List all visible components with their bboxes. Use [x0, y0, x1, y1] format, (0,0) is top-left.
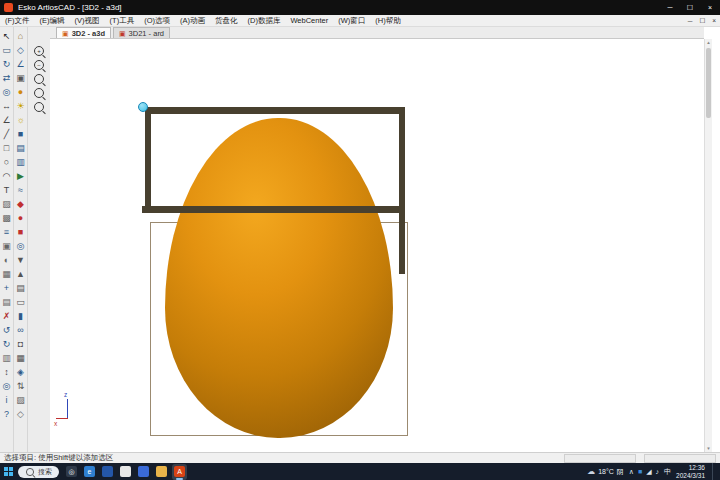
fold-angle-icon[interactable]: ∠ — [14, 57, 27, 71]
document-restore-button[interactable]: ☐ — [699, 15, 705, 26]
properties-tool-icon[interactable]: ▥ — [0, 351, 13, 365]
minimize-button[interactable]: ─ — [660, 0, 680, 15]
mirror-tool-icon[interactable]: ◐ — [0, 253, 13, 267]
scrollbar-thumb[interactable] — [706, 48, 711, 118]
zoom-in-icon[interactable]: + — [31, 44, 47, 58]
top-view-icon[interactable]: ▥ — [14, 155, 27, 169]
scroll-up-arrow-icon[interactable]: ▲ — [705, 40, 712, 45]
maximize-button[interactable]: ☐ — [680, 0, 700, 15]
front-view-icon[interactable]: ■ — [14, 127, 27, 141]
vr-view-icon[interactable]: ◎ — [14, 239, 27, 253]
menu-item[interactable]: (V)视图 — [70, 16, 105, 26]
measure-tool-icon[interactable]: ↔ — [0, 99, 13, 113]
menu-item[interactable]: WebCenter — [285, 16, 333, 26]
render-mode-icon[interactable]: ● — [14, 85, 27, 99]
show-desktop-button[interactable] — [712, 463, 716, 480]
zoom-in-tool-icon[interactable]: ◎ — [0, 85, 13, 99]
fill-tool-icon[interactable]: ▩ — [0, 211, 13, 225]
circle-tool-icon[interactable]: ○ — [0, 155, 13, 169]
zoom-out-tool-icon[interactable]: ◎ — [0, 379, 13, 393]
tray-network-icon[interactable]: ◢ — [646, 468, 651, 476]
link-icon[interactable]: ∞ — [14, 323, 27, 337]
rotation-handle[interactable] — [138, 102, 148, 112]
egg-3d-object[interactable] — [165, 118, 393, 438]
frame-right-bar[interactable] — [399, 109, 405, 274]
tray-app-blue-icon[interactable]: ■ — [638, 468, 642, 475]
document-close-button[interactable]: × — [712, 15, 716, 26]
undo-icon[interactable]: ↺ — [0, 323, 13, 337]
workspace-icon[interactable]: ⌂ — [14, 29, 27, 43]
document-tab[interactable]: ▣3D2 - a3d — [56, 27, 111, 38]
array-tool-icon[interactable]: ▦ — [0, 267, 13, 281]
export-icon[interactable]: ▼ — [14, 253, 27, 267]
taskbar-app-artioscad[interactable]: A — [172, 464, 187, 480]
info-tool-icon[interactable]: i — [0, 393, 13, 407]
start-button[interactable] — [4, 467, 13, 476]
grid-icon[interactable]: ▦ — [14, 351, 27, 365]
arc-tool-icon[interactable]: ◠ — [0, 169, 13, 183]
red-tool-1-icon[interactable]: ◆ — [14, 197, 27, 211]
red-tool-2-icon[interactable]: ● — [14, 211, 27, 225]
rotate-tool-icon[interactable]: ↻ — [0, 57, 13, 71]
menu-item[interactable]: (A)动画 — [175, 16, 210, 26]
ime-indicator[interactable]: 中 — [664, 467, 671, 477]
snap-icon[interactable]: ◈ — [14, 365, 27, 379]
move-tool-icon[interactable]: + — [0, 281, 13, 295]
animation-play-icon[interactable]: ▶ — [14, 169, 27, 183]
group-tool-icon[interactable]: ▣ — [0, 239, 13, 253]
menu-item[interactable]: (O)选项 — [139, 16, 175, 26]
rectangle-tool-icon[interactable]: □ — [0, 141, 13, 155]
taskbar-app-edge[interactable]: e — [82, 464, 97, 480]
path-tool-icon[interactable]: ≈ — [14, 183, 27, 197]
database-icon[interactable]: ▮ — [14, 309, 27, 323]
menu-item[interactable]: 货盘化 — [210, 16, 243, 26]
camera-view-icon[interactable]: ▣ — [14, 71, 27, 85]
document-tab[interactable]: ▣3D21 - ard — [113, 27, 170, 38]
zoom-window-tool-icon[interactable]: ▭ — [0, 43, 13, 57]
print-icon[interactable]: ▤ — [14, 281, 27, 295]
close-button[interactable]: × — [700, 0, 720, 15]
pan-tool-icon[interactable]: ⇄ — [0, 71, 13, 85]
bulb-tool-icon[interactable]: ☼ — [14, 113, 27, 127]
zoom-previous-icon[interactable] — [31, 100, 47, 114]
zoom-out-icon[interactable]: − — [31, 58, 47, 72]
frame-top-bar[interactable] — [145, 107, 405, 114]
taskbar-weather[interactable]: ☁ 18°C 阴 — [587, 467, 624, 477]
text-tool-icon[interactable]: T — [0, 183, 13, 197]
menu-item[interactable]: (F)文件 — [0, 16, 35, 26]
taskbar-app-capture[interactable]: ◎ — [64, 464, 79, 480]
taskbar-app-teams[interactable] — [100, 464, 115, 480]
select-tool-icon[interactable]: ↖ — [0, 29, 13, 43]
notes-icon[interactable]: ▨ — [14, 393, 27, 407]
menu-item[interactable]: (D)数据库 — [243, 16, 286, 26]
taskbar-file-explorer[interactable] — [154, 464, 169, 480]
document-minimize-button[interactable]: ─ — [688, 15, 693, 26]
menu-item[interactable]: (W)窗口 — [333, 16, 370, 26]
taskbar-clock[interactable]: 12:36 2024/3/31 — [676, 464, 705, 479]
delete-tool-icon[interactable]: ✗ — [0, 309, 13, 323]
taskbar-app-notepad[interactable] — [118, 464, 133, 480]
frame-left-bar[interactable] — [145, 107, 151, 213]
menu-item[interactable]: (H)帮助 — [370, 16, 405, 26]
vertical-scrollbar[interactable]: ▲ ▼ — [704, 39, 712, 452]
tray-volume-icon[interactable]: ♪ — [656, 468, 660, 475]
sheet-icon[interactable]: ▭ — [14, 295, 27, 309]
zoom-window-icon[interactable] — [31, 72, 47, 86]
hatch-tool-icon[interactable]: ▨ — [0, 197, 13, 211]
light-source-icon[interactable]: ☀ — [14, 99, 27, 113]
menu-item[interactable]: (T)工具 — [105, 16, 140, 26]
taskbar-app-mail[interactable] — [136, 464, 151, 480]
axes-icon[interactable]: ⇅ — [14, 379, 27, 393]
menu-item[interactable]: (E)编辑 — [35, 16, 70, 26]
import-icon[interactable]: ▲ — [14, 267, 27, 281]
layers-tool-icon[interactable]: ≡ — [0, 225, 13, 239]
tray-expand-icon[interactable]: ∧ — [629, 468, 634, 476]
zoom-fit-icon[interactable] — [31, 86, 47, 100]
red-tool-3-icon[interactable]: ■ — [14, 225, 27, 239]
extra-tool-icon[interactable]: ◇ — [14, 407, 27, 421]
fold-tool-icon[interactable]: ◇ — [14, 43, 27, 57]
options-icon[interactable]: ◘ — [14, 337, 27, 351]
copy-tool-icon[interactable]: ▤ — [0, 295, 13, 309]
canvas-3d-view[interactable]: z x — [50, 39, 704, 452]
help-tool-icon[interactable]: ? — [0, 407, 13, 421]
